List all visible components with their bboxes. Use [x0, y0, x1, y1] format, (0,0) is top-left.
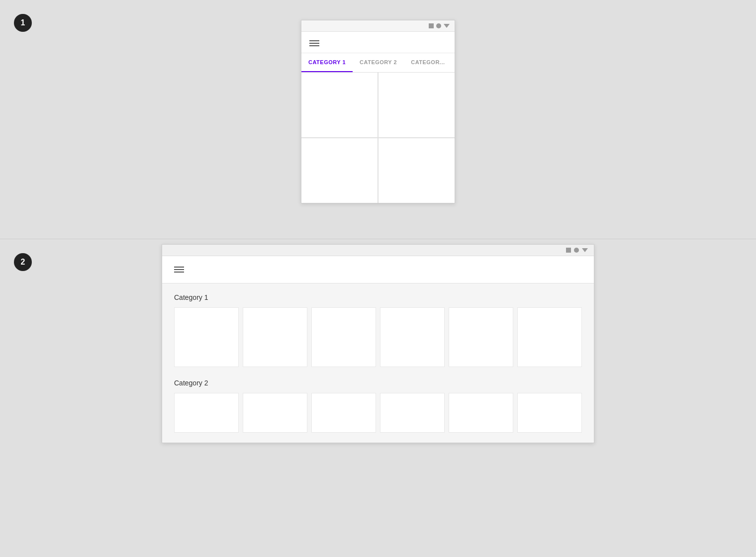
mobile-tab-category1[interactable]: CATEGORY 1	[301, 53, 353, 72]
desktop-grid-cell-1-6	[517, 307, 582, 367]
desktop-wireframe: Category 1 Category 2	[162, 244, 594, 443]
step-badge-2: 2	[14, 253, 32, 271]
desktop-grid-cell-1-4	[380, 307, 445, 367]
desktop-grid-cell-1-2	[243, 307, 307, 367]
desktop-grid-cell-2-6	[517, 393, 582, 433]
mobile-tab-category2[interactable]: CATEGORY 2	[353, 53, 404, 72]
section-2: 2 Category 1	[0, 239, 756, 557]
desktop-grid-cell-2-5	[449, 393, 513, 433]
desktop-grid-cell-2-2	[243, 393, 307, 433]
mobile-tabs: CATEGORY 1 CATEGORY 2 CATEGOR...	[301, 53, 455, 73]
category-2-grid	[174, 393, 582, 433]
mobile-wireframe: CATEGORY 1 CATEGORY 2 CATEGOR...	[301, 20, 455, 203]
desktop-titlebar	[162, 245, 594, 256]
mobile-tab-category3[interactable]: CATEGOR...	[404, 53, 452, 72]
desktop-header	[162, 256, 594, 283]
mobile-grid-cell-4	[378, 138, 455, 203]
desktop-grid-cell-2-3	[311, 393, 376, 433]
mobile-grid-cell-2	[378, 73, 455, 137]
step-badge-1: 1	[14, 14, 32, 32]
desktop-hamburger-icon[interactable]	[174, 267, 582, 273]
titlebar-circle-icon	[436, 23, 441, 28]
mobile-titlebar	[301, 20, 455, 32]
desktop-titlebar-arrow-icon	[582, 248, 588, 252]
desktop-grid-cell-1-5	[449, 307, 513, 367]
desktop-grid-cell-1-3	[311, 307, 376, 367]
desktop-grid-cell-2-1	[174, 393, 239, 433]
category-2-label: Category 2	[174, 379, 582, 387]
mobile-content-grid	[301, 73, 455, 203]
mobile-grid-cell-3	[301, 138, 378, 203]
titlebar-arrow-icon	[444, 24, 450, 28]
desktop-titlebar-square-icon	[566, 248, 571, 253]
category-1-label: Category 1	[174, 293, 582, 301]
hamburger-icon[interactable]	[309, 40, 447, 46]
mobile-grid-cell-1	[301, 73, 378, 137]
titlebar-square-icon	[429, 23, 434, 28]
desktop-grid-cell-2-4	[380, 393, 445, 433]
section-1: 1 CATEGORY 1 CATEGORY 2 CATEGOR...	[0, 0, 756, 239]
desktop-grid-cell-1-1	[174, 307, 239, 367]
mobile-header	[301, 32, 455, 53]
category-1-grid	[174, 307, 582, 367]
desktop-titlebar-circle-icon	[574, 248, 579, 253]
desktop-content: Category 1 Category 2	[162, 283, 594, 443]
